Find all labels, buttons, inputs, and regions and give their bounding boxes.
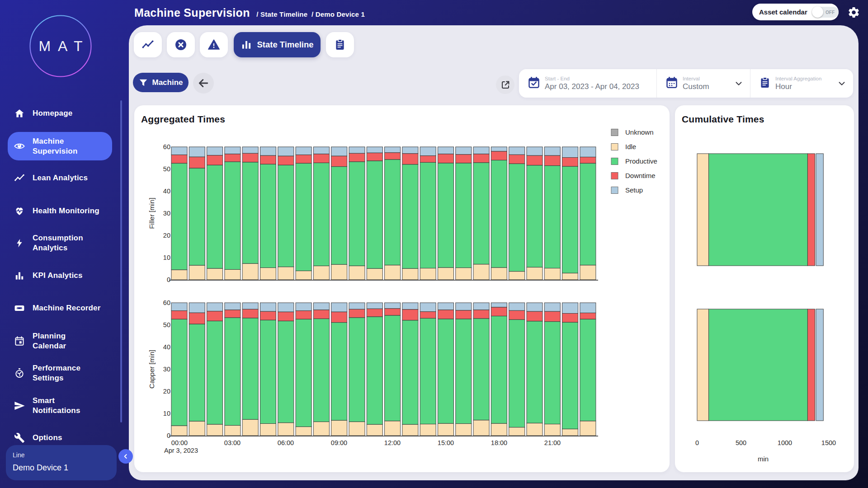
svg-text:60: 60 — [163, 299, 170, 306]
svg-text:500: 500 — [736, 439, 746, 446]
svg-text:15:00: 15:00 — [438, 439, 454, 446]
svg-text:50: 50 — [163, 321, 170, 328]
svg-text:06:00: 06:00 — [278, 439, 294, 446]
svg-text:1500: 1500 — [821, 439, 836, 446]
svg-text:03:00: 03:00 — [224, 439, 241, 446]
svg-text:12:00: 12:00 — [384, 439, 401, 446]
svg-text:10: 10 — [163, 410, 170, 417]
svg-text:Apr 3, 2023: Apr 3, 2023 — [164, 447, 198, 454]
svg-text:30: 30 — [163, 210, 170, 217]
svg-text:Idle: Idle — [625, 143, 636, 150]
svg-text:60: 60 — [163, 143, 170, 150]
svg-text:09:00: 09:00 — [331, 439, 347, 446]
svg-text:1000: 1000 — [778, 439, 792, 446]
svg-text:0: 0 — [695, 439, 699, 446]
svg-text:20: 20 — [163, 388, 170, 395]
svg-text:Setup: Setup — [625, 186, 643, 194]
svg-text:40: 40 — [163, 188, 170, 195]
svg-text:Filler [min]: Filler [min] — [148, 197, 156, 229]
svg-text:0: 0 — [167, 276, 170, 283]
svg-text:0: 0 — [167, 432, 170, 439]
svg-text:Capper [min]: Capper [min] — [148, 350, 156, 389]
svg-text:10: 10 — [163, 254, 170, 261]
svg-text:min: min — [758, 455, 769, 463]
svg-text:00:00: 00:00 — [171, 439, 188, 446]
svg-text:50: 50 — [163, 165, 170, 173]
svg-text:Productive: Productive — [625, 157, 657, 165]
svg-text:20: 20 — [163, 232, 170, 239]
svg-text:30: 30 — [163, 366, 170, 373]
svg-text:18:00: 18:00 — [491, 439, 507, 446]
svg-text:21:00: 21:00 — [544, 439, 561, 446]
svg-text:40: 40 — [163, 343, 170, 351]
svg-text:Downtime: Downtime — [625, 172, 656, 179]
svg-text:Unknown: Unknown — [625, 128, 654, 136]
